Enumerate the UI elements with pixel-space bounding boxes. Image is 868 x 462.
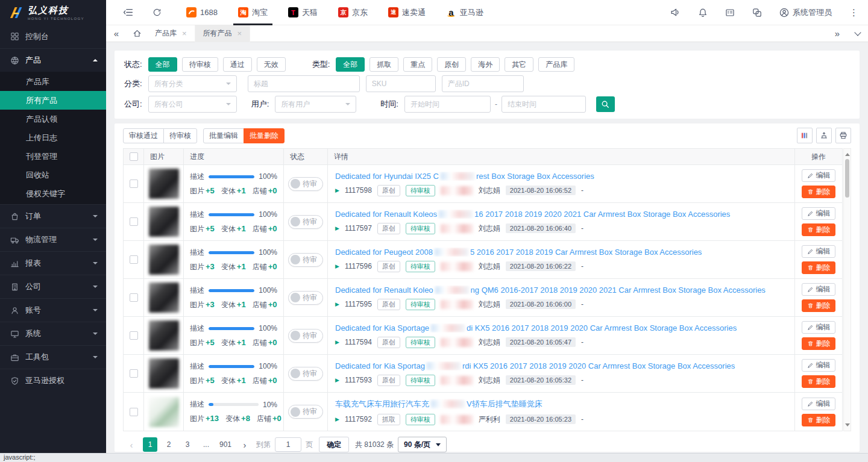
marketplace-tab-taobao[interactable]: 淘淘宝 [228, 0, 278, 25]
sidebar-subitem-所有产品[interactable]: 所有产品 [0, 91, 106, 110]
play-icon[interactable]: ▶ [335, 225, 339, 231]
edit-button[interactable]: 编辑 [802, 283, 835, 296]
marketplace-tab-aliexpress[interactable]: 速速卖通 [378, 0, 436, 25]
sidebar-item-物流管理[interactable]: 物流管理 [0, 228, 106, 251]
product-photo[interactable] [149, 245, 179, 275]
delete-button[interactable]: 删除 [802, 337, 835, 350]
edit-button[interactable]: 编辑 [802, 398, 835, 410]
type-chip-其它[interactable]: 其它 [505, 57, 533, 72]
row-checkbox[interactable] [130, 331, 138, 340]
play-icon[interactable]: ▶ [335, 301, 339, 307]
batch-edit-button[interactable]: 批量编辑 [203, 128, 244, 143]
product-photo[interactable] [149, 169, 179, 199]
type-chip-海外[interactable]: 海外 [471, 57, 500, 72]
type-chip-产品库[interactable]: 产品库 [538, 57, 574, 72]
status-chip-通过[interactable]: 通过 [223, 57, 252, 72]
product-title-link[interactable]: Dedicated for Peugeot 20085 2016 2017 20… [335, 248, 794, 257]
product-title-link[interactable]: Dedicated for Renault Koleos16 2017 2018… [335, 210, 794, 219]
product-photo[interactable] [149, 207, 179, 237]
sidebar-item-账号[interactable]: 账号 [0, 298, 106, 322]
scroll-up-icon[interactable] [845, 151, 850, 156]
end-time-input[interactable] [502, 96, 586, 113]
select-all-checkbox[interactable] [130, 152, 138, 161]
columns-icon[interactable] [797, 128, 813, 143]
table-scrollbar[interactable] [843, 148, 851, 431]
batch-delete-button[interactable]: 批量删除 [244, 128, 285, 143]
delete-button[interactable]: 删除 [802, 223, 835, 236]
collapse-sidebar-icon[interactable] [123, 7, 133, 17]
type-chip-原创[interactable]: 原创 [437, 57, 466, 72]
sidebar-item-报表[interactable]: 报表 [0, 251, 106, 275]
sidebar-item-工具包[interactable]: 工具包 [0, 345, 106, 369]
print-icon[interactable] [835, 128, 851, 143]
company-select[interactable]: 所有公司 [148, 96, 237, 113]
announcement-icon[interactable] [670, 7, 681, 17]
marketplace-tab-1688[interactable]: 1688 [176, 0, 228, 25]
edit-button[interactable]: 编辑 [802, 245, 835, 258]
category-select[interactable]: 所有分类 [148, 75, 237, 92]
marketplace-tab-amazon[interactable]: a亚马逊 [436, 0, 494, 25]
type-chip-全部[interactable]: 全部 [336, 57, 365, 72]
product-photo[interactable] [149, 283, 179, 313]
play-icon[interactable]: ▶ [335, 416, 339, 422]
product-id-input[interactable] [442, 75, 524, 92]
status-chip-待审核[interactable]: 待审核 [182, 57, 218, 72]
edit-button[interactable]: 编辑 [802, 207, 835, 220]
sidebar-item-亚马逊授权[interactable]: 亚马逊授权 [0, 369, 106, 392]
edit-button[interactable]: 编辑 [802, 321, 835, 334]
close-tab-icon[interactable]: × [182, 29, 187, 38]
status-chip-无效[interactable]: 无效 [257, 57, 286, 72]
page-tab-产品库[interactable]: 产品库× [147, 25, 195, 42]
edit-button[interactable]: 编辑 [802, 169, 835, 182]
type-chip-抓取[interactable]: 抓取 [370, 57, 398, 72]
sidebar-subitem-上传日志[interactable]: 上传日志 [0, 128, 106, 147]
product-title-link[interactable]: Dedicated for Kia Sportagedi KX5 2016 20… [335, 323, 794, 332]
sidebar-item-产品[interactable]: 产品 [0, 48, 106, 72]
close-tab-icon[interactable]: × [237, 29, 242, 38]
row-checkbox[interactable] [130, 408, 138, 416]
delete-button[interactable]: 删除 [802, 375, 835, 388]
page-number-1[interactable]: 1 [143, 437, 157, 452]
product-photo[interactable] [149, 320, 179, 351]
export-icon[interactable] [816, 128, 832, 143]
search-button[interactable] [596, 96, 615, 112]
product-photo[interactable] [149, 358, 179, 389]
prev-page-icon[interactable]: ‹ [124, 437, 139, 452]
marketplace-tab-jd[interactable]: 京京东 [328, 0, 378, 25]
row-checkbox[interactable] [130, 293, 138, 302]
scrollbar-thumb[interactable] [845, 159, 849, 198]
admin-menu[interactable]: 系统管理员 [779, 7, 832, 18]
sidebar-subitem-产品认领[interactable]: 产品认领 [0, 110, 106, 128]
sidebar-subitem-产品库[interactable]: 产品库 [0, 72, 106, 91]
status-chip-全部[interactable]: 全部 [148, 57, 177, 72]
sku-input[interactable] [366, 75, 436, 92]
refresh-icon[interactable] [153, 8, 162, 17]
page-tab-所有产品[interactable]: 所有产品× [195, 25, 251, 42]
approve-button[interactable]: 审核通过 [123, 128, 164, 143]
product-title-link[interactable]: Dedicated for Hyundai IX25 Crest Box Sto… [335, 172, 794, 181]
sidebar-subitem-侵权关键字[interactable]: 侵权关键字 [0, 184, 106, 203]
product-title-link[interactable]: Dedicated for Renault Koleong QM6 2016-2… [335, 286, 794, 295]
goto-confirm-button[interactable]: 确定 [319, 437, 349, 452]
tabs-scroll-right-icon[interactable]: » [827, 25, 848, 42]
product-title-link[interactable]: 车载充气床车用旅行汽车充V轿车后排气垫睡觉床 [335, 399, 794, 410]
user-select[interactable]: 所有用户 [275, 96, 356, 113]
apps-panel-icon[interactable] [725, 8, 735, 17]
page-number-901[interactable]: 901 [218, 437, 233, 452]
product-title-link[interactable]: Dedicated for Kia Sportagrdi KX5 2016 20… [335, 361, 794, 370]
play-icon[interactable]: ▶ [335, 377, 339, 383]
delete-button[interactable]: 删除 [802, 261, 835, 274]
set-pending-button[interactable]: 待审核 [163, 128, 197, 143]
goto-page-input[interactable] [275, 437, 301, 452]
play-icon[interactable]: ▶ [335, 263, 339, 269]
per-page-select[interactable]: 90 条/页 [398, 437, 447, 452]
row-checkbox[interactable] [130, 255, 138, 264]
tabs-scroll-left-icon[interactable]: « [106, 25, 127, 42]
edit-button[interactable]: 编辑 [802, 359, 835, 372]
sidebar-subitem-刊登管理[interactable]: 刊登管理 [0, 147, 106, 166]
scroll-down-icon[interactable] [845, 423, 850, 429]
more-menu-icon[interactable]: ⋮ [849, 7, 858, 18]
sidebar-item-公司[interactable]: 公司 [0, 275, 106, 298]
type-chip-重点[interactable]: 重点 [403, 57, 432, 72]
row-checkbox[interactable] [130, 217, 138, 226]
